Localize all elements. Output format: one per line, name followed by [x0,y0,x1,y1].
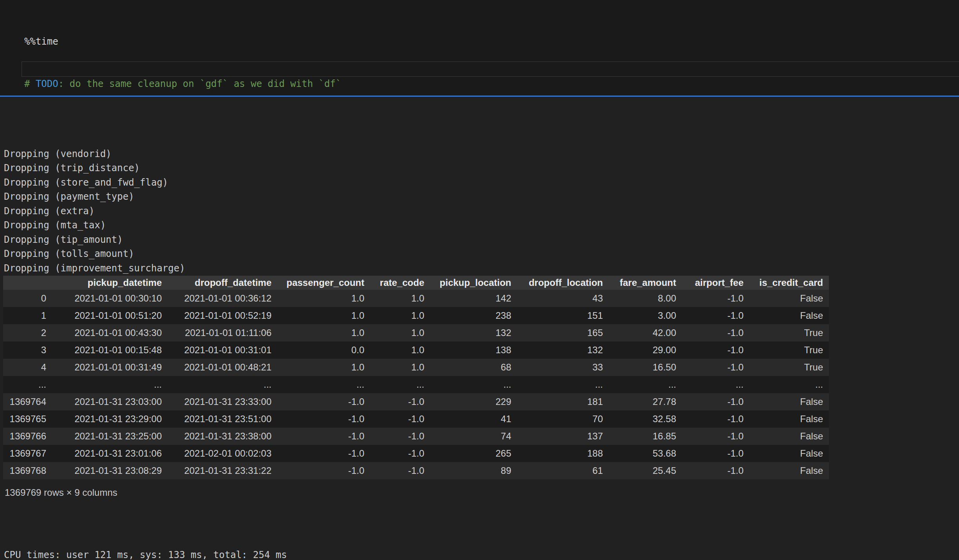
table-row: 22021-01-01 00:43:302021-01-01 01:11:061… [3,324,829,341]
table-cell: -1.0 [370,462,430,479]
row-index-cell: 1369767 [3,445,52,462]
table-cell: ... [749,376,829,393]
table-cell: ... [52,376,168,393]
table-cell: -1.0 [682,324,749,341]
row-index-cell: 3 [3,341,52,359]
table-cell: -1.0 [682,410,749,428]
table-cell: 61 [517,462,609,479]
table-cell: 2021-01-31 23:38:00 [168,428,277,445]
timing-output: CPU times: user 121 ms, sys: 133 ms, tot… [4,520,287,560]
table-cell: ... [168,376,277,393]
table-cell: -1.0 [682,359,749,376]
table-cell: 2021-01-31 23:01:06 [52,445,168,462]
table-cell: False [749,290,829,307]
column-header-row: pickup_datetimedropoff_datetimepassenger… [3,276,829,290]
table-body: 02021-01-01 00:30:102021-01-01 00:36:121… [3,290,829,479]
dropped-column-line: Dropping (extra) [4,204,185,219]
table-cell: 68 [430,359,517,376]
table-cell: 2021-01-01 00:36:12 [168,290,277,307]
dropping-log: Dropping (vendorid)Dropping (trip_distan… [4,104,185,304]
row-index-cell: 1369765 [3,410,52,428]
table-row: 13697662021-01-31 23:25:002021-01-31 23:… [3,428,829,445]
table-cell: 2021-01-01 01:11:06 [168,324,277,341]
table-cell: 1.0 [277,324,370,341]
table-cell: 188 [517,445,609,462]
table-cell: -1.0 [277,428,370,445]
table-cell: -1.0 [682,462,749,479]
table-cell: 2021-01-31 23:33:00 [168,393,277,410]
table-cell: 2021-01-01 00:48:21 [168,359,277,376]
column-header: fare_amount [609,276,682,290]
table-cell: True [749,341,829,359]
table-cell: ... [682,376,749,393]
notebook-code-cell[interactable]: %%time # TODO: do the same cleanup on `g… [0,0,959,96]
table-cell: 2021-01-01 00:31:01 [168,341,277,359]
table-cell: 53.68 [609,445,682,462]
table-row: 42021-01-01 00:31:492021-01-01 00:48:211… [3,359,829,376]
table-cell: 2021-01-31 23:03:00 [52,393,168,410]
table-cell: 1.0 [370,359,430,376]
column-header: dropoff_datetime [168,276,277,290]
row-index-cell: 4 [3,359,52,376]
table-cell: 1.0 [370,307,430,324]
table-cell: ... [517,376,609,393]
table-cell: -1.0 [682,445,749,462]
table-cell: 1.0 [277,290,370,307]
table-cell: 1.0 [370,290,430,307]
table-cell: 138 [430,341,517,359]
dataframe-table: pickup_datetimedropoff_datetimepassenger… [3,276,829,479]
table-cell: -1.0 [682,428,749,445]
table-row: 13697642021-01-31 23:03:002021-01-31 23:… [3,393,829,410]
table-cell: 265 [430,445,517,462]
dropped-column-line: Dropping (improvement_surcharge) [4,261,185,276]
dropped-column-line: Dropping (tolls_amount) [4,247,185,261]
table-cell: ... [609,376,682,393]
table-cell: 27.78 [609,393,682,410]
column-header: is_credit_card [749,276,829,290]
table-cell: -1.0 [277,393,370,410]
table-cell: 2021-01-01 00:30:10 [52,290,168,307]
table-cell: 0.0 [277,341,370,359]
dataframe-output: pickup_datetimedropoff_datetimepassenger… [3,276,829,479]
table-cell: -1.0 [370,445,430,462]
table-cell: 2021-01-31 23:51:00 [168,410,277,428]
dropped-column-line: Dropping (vendorid) [4,147,185,161]
column-header: passenger_count [277,276,370,290]
table-cell: 32.58 [609,410,682,428]
table-cell: -1.0 [682,393,749,410]
table-cell: -1.0 [682,307,749,324]
table-cell: ... [370,376,430,393]
table-cell: 29.00 [609,341,682,359]
table-cell: -1.0 [370,410,430,428]
table-cell: 16.85 [609,428,682,445]
row-index-cell: 1369766 [3,428,52,445]
table-row: 12021-01-01 00:51:202021-01-01 00:52:191… [3,307,829,324]
cpu-times-line: CPU times: user 121 ms, sys: 133 ms, tot… [4,548,287,560]
table-cell: 1.0 [370,324,430,341]
table-cell: -1.0 [277,410,370,428]
table-cell: True [749,359,829,376]
cell-output-area: Dropping (vendorid)Dropping (trip_distan… [0,97,959,560]
table-cell: False [749,428,829,445]
table-cell: True [749,324,829,341]
table-cell: 1.0 [277,359,370,376]
table-cell: False [749,462,829,479]
table-cell: 1.0 [370,341,430,359]
dropped-column-line: Dropping (tip_amount) [4,233,185,247]
column-header [3,276,52,290]
table-cell: 142 [430,290,517,307]
table-cell: -1.0 [682,341,749,359]
table-cell: 1.0 [277,307,370,324]
table-cell: 43 [517,290,609,307]
column-header: dropoff_location [517,276,609,290]
table-cell: 2021-01-31 23:31:22 [168,462,277,479]
table-cell: 238 [430,307,517,324]
row-index-cell: 0 [3,290,52,307]
table-cell: 3.00 [609,307,682,324]
table-cell: 2021-01-31 23:08:29 [52,462,168,479]
table-cell: 70 [517,410,609,428]
table-cell: 2021-01-01 00:51:20 [52,307,168,324]
table-cell: -1.0 [370,393,430,410]
table-row: 02021-01-01 00:30:102021-01-01 00:36:121… [3,290,829,307]
table-cell: 42.00 [609,324,682,341]
